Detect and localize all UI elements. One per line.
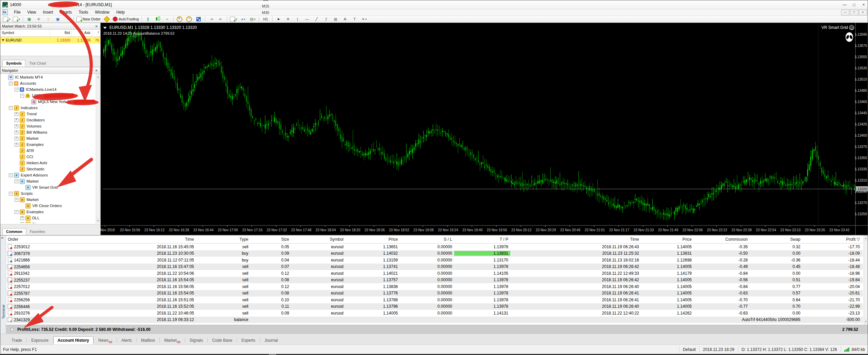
nav-item-expert-advisors[interactable]: −eExpert Advisors xyxy=(0,172,95,178)
order-row[interactable]: 22552372018.11.16 15:54:05sell0.08eurusd… xyxy=(6,277,863,284)
text-label-button[interactable]: T xyxy=(350,16,359,22)
market-watch-col-bid[interactable]: Bid xyxy=(50,30,72,36)
terminal-tab-experts[interactable]: Experts xyxy=(237,336,260,344)
market-watch-col-spread[interactable]: ! xyxy=(92,30,101,36)
expand-icon[interactable]: + xyxy=(15,118,18,122)
col-header-order[interactable]: Order xyxy=(6,237,86,242)
navigator-scrollbar[interactable]: ▲ ▼ xyxy=(96,74,100,223)
terminal-tab-exposure[interactable]: Exposure xyxy=(27,336,53,344)
nav-item-pipes[interactable]: +sPipes xyxy=(0,221,95,223)
data-window-button[interactable]: ✛ xyxy=(34,16,43,22)
symbol-cell[interactable]: EURUSD xyxy=(0,38,50,42)
expand-icon[interactable]: + xyxy=(15,143,18,147)
candlestick-chart[interactable]: 1.135951.135751.135551.135351.135101.134… xyxy=(101,23,868,235)
new-chart-button[interactable]: ▾ xyxy=(2,16,11,22)
nav-item-trend[interactable]: +fTrend xyxy=(0,111,95,117)
arrows-tool-button[interactable]: ✦▾ xyxy=(360,16,369,22)
maximize-button[interactable]: □ xyxy=(849,1,859,8)
col-header-time-close[interactable]: Time xyxy=(510,237,641,242)
candlestick-button[interactable] xyxy=(153,16,162,22)
nav-item-heiken-ashi[interactable]: fHeiken Ashi xyxy=(0,160,95,166)
profiles-button[interactable]: ▾ xyxy=(12,16,21,22)
trendline-button[interactable]: ╱ xyxy=(312,16,321,22)
collapse-icon[interactable]: − xyxy=(9,173,13,177)
menu-window[interactable]: Window xyxy=(92,10,113,15)
tab-symbols[interactable]: Symbols xyxy=(2,60,25,67)
nav-item-accounts[interactable]: −AAccounts xyxy=(0,80,95,86)
menu-insert[interactable]: Insert xyxy=(39,10,56,15)
vertical-line-button[interactable]: | xyxy=(293,16,302,22)
terminal-button[interactable]: ▣ xyxy=(53,16,62,22)
chart-shift-button[interactable]: ⇤ xyxy=(216,16,225,22)
expand-icon[interactable]: + xyxy=(15,137,18,140)
tab-favorites[interactable]: Favorites xyxy=(26,228,49,235)
expand-icon[interactable]: + xyxy=(20,216,24,220)
order-row[interactable]: 22570122018.11.16 15:56:05sell0.12eurusd… xyxy=(6,283,863,290)
expand-icon[interactable]: + xyxy=(15,112,18,116)
market-watch-button[interactable]: ▦ xyxy=(25,16,34,22)
nav-item-examples[interactable]: −sExamples xyxy=(0,209,95,215)
col-header-sl[interactable]: S / L xyxy=(400,237,454,242)
terminal-tab-code-base[interactable]: Code Base xyxy=(208,336,236,344)
crosshair-tool-button[interactable]: ✛ xyxy=(284,16,293,22)
scroll-up-icon[interactable]: ▲ xyxy=(864,236,868,241)
terminal-tab-alerts[interactable]: Alerts xyxy=(117,336,136,344)
collapse-icon[interactable]: − xyxy=(9,82,13,85)
col-header-swap-close[interactable]: Swap xyxy=(750,237,802,242)
auto-scroll-button[interactable]: ⇥ xyxy=(207,16,216,22)
close-button[interactable]: × xyxy=(859,1,868,8)
order-row[interactable]: 14216662018.11.12 07:11:05buy0.04eurusd1… xyxy=(6,257,863,264)
timeframe-m5[interactable]: M5 xyxy=(261,0,270,3)
terminal-tab-mailbox[interactable]: Mailbox xyxy=(137,336,159,344)
new-order-button[interactable]: New Order xyxy=(75,16,102,22)
fibonacci-button[interactable]: ƒ xyxy=(322,16,331,22)
terminal-close-icon[interactable]: ✕ xyxy=(1,236,4,240)
expand-icon[interactable]: + xyxy=(20,222,24,223)
scroll-down-icon[interactable]: ▼ xyxy=(96,218,100,223)
market-watch-col-symbol[interactable]: Symbol xyxy=(0,30,50,36)
collapse-icon[interactable]: − xyxy=(20,94,24,98)
market-watch-col-ask[interactable]: Ask xyxy=(72,30,92,36)
menu-help[interactable]: Help xyxy=(113,10,128,15)
col-header-commission-close[interactable]: Commission xyxy=(694,237,750,242)
nav-item-indicators[interactable]: −fIndicators xyxy=(0,105,95,111)
nav-item-market[interactable]: −eMarket xyxy=(0,178,95,184)
line-chart-button[interactable]: ⌁ xyxy=(163,16,172,22)
collapse-icon[interactable]: − xyxy=(9,106,13,110)
status-profile[interactable]: Default xyxy=(679,346,699,353)
collapse-icon[interactable]: − xyxy=(9,192,13,196)
nav-item-vr-close-orders[interactable]: sVR Close Orders xyxy=(0,203,95,209)
nav-item-ic-markets-mt4[interactable]: MIC Markets MT4 xyxy=(0,74,95,80)
autotrading-button[interactable]: AutoTrading xyxy=(112,16,140,22)
tile-windows-button[interactable] xyxy=(194,16,203,22)
mdi-restore-button[interactable]: □ xyxy=(850,10,858,15)
balance-row[interactable]: 23413292018.11.19 06:33:12balanceAutoTrf… xyxy=(6,317,863,323)
col-header-size[interactable]: Size xyxy=(250,237,291,242)
nav-item-14000[interactable]: −U14000 xyxy=(0,92,95,99)
menu-tools[interactable]: Tools xyxy=(75,10,92,15)
nav-item-examples[interactable]: +fExamples xyxy=(0,141,95,148)
grid-tool-button[interactable]: ▦ xyxy=(331,16,340,22)
nav-item-market[interactable]: +fMarket xyxy=(0,135,95,141)
timeframe-m30[interactable]: M30 xyxy=(261,10,270,16)
order-row[interactable]: 29110422018.11.22 10:54:06sell0.12eurusd… xyxy=(6,270,863,277)
col-header-price[interactable]: Price xyxy=(346,237,400,242)
navigator-close-icon[interactable]: ✕ xyxy=(94,69,99,72)
minimize-button[interactable]: — xyxy=(840,1,849,8)
col-header-type[interactable]: Type xyxy=(196,237,250,242)
templates-button[interactable]: ▤▾ xyxy=(248,16,257,22)
text-tool-button[interactable]: A xyxy=(341,16,350,22)
menu-file[interactable]: File xyxy=(11,10,24,15)
scroll-down-icon[interactable]: ▼ xyxy=(864,319,868,324)
terminal-scrollbar[interactable]: ▲ ▼ xyxy=(864,236,868,324)
nav-item-market[interactable]: −sMarket xyxy=(0,197,95,203)
nav-item-scripts[interactable]: −sScripts xyxy=(0,190,95,197)
timeframe-h1[interactable]: H1 xyxy=(261,16,270,22)
nav-item-volumes[interactable]: +fVolumes xyxy=(0,123,95,129)
collapse-icon[interactable]: − xyxy=(15,180,18,183)
market-watch-close-icon[interactable]: ✕ xyxy=(94,24,99,28)
menu-view[interactable]: View xyxy=(24,10,39,15)
scroll-up-icon[interactable]: ▲ xyxy=(96,74,100,79)
nav-item-vr-smart-grid[interactable]: eVR Smart Grid xyxy=(0,184,95,190)
nav-item-mql5-new-york-11-[interactable]: QMQL5 New York 11: xyxy=(0,99,95,105)
